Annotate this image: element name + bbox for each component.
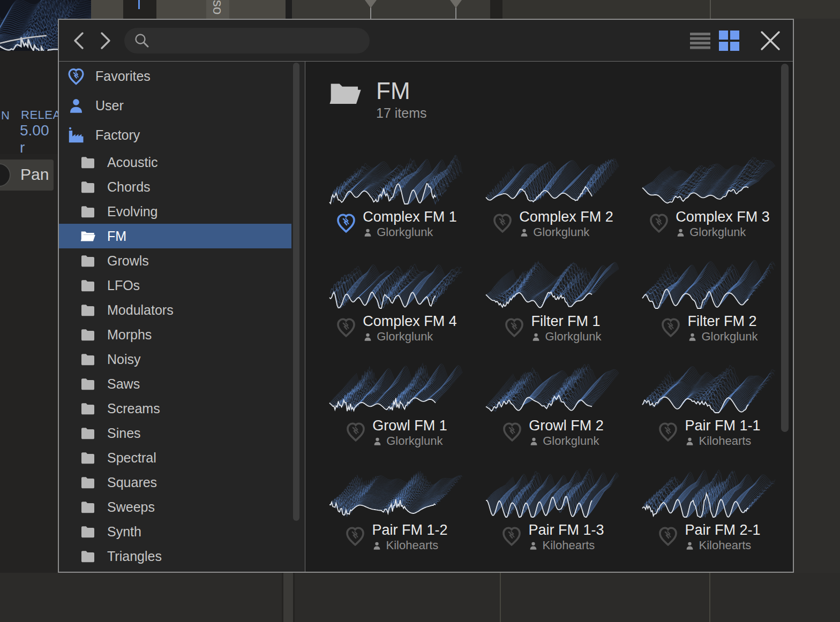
favorite-heart-button[interactable] bbox=[647, 211, 671, 236]
wavetable-item[interactable]: Pair FM 1-1 Kilohearts bbox=[630, 360, 786, 465]
content-scrollbar-thumb[interactable] bbox=[781, 64, 789, 432]
wavetable-item[interactable]: Complex FM 2 Glorkglunk bbox=[474, 151, 630, 256]
wavetable-item[interactable]: Pair FM 2-1 Kilohearts bbox=[630, 465, 786, 569]
wavetable-item[interactable]: Growl FM 2 Glorkglunk bbox=[474, 360, 630, 465]
sidebar-item-label: FM bbox=[107, 229, 126, 244]
sidebar-item-label: Factory bbox=[95, 127, 140, 143]
patch-node-icon bbox=[364, 0, 377, 19]
sidebar-folder-noisy[interactable]: Noisy bbox=[59, 347, 305, 371]
sidebar-folder-acoustic[interactable]: Acoustic bbox=[59, 150, 305, 175]
sidebar-item-favorites[interactable]: Favorites bbox=[59, 62, 305, 91]
playhead-tick bbox=[138, 0, 140, 9]
wavetable-item[interactable]: Pair FM 1-2 Kilohearts bbox=[317, 465, 474, 569]
sidebar-folder-sweeps[interactable]: Sweeps bbox=[59, 495, 305, 519]
sidebar-item-label: Triangles bbox=[107, 549, 162, 564]
wavetable-name: Growl FM 1 bbox=[372, 417, 447, 434]
sidebar-item-label: Favorites bbox=[95, 69, 151, 84]
close-button[interactable] bbox=[758, 28, 783, 54]
wavetable-item[interactable]: Complex FM 4 Glorkglunk bbox=[317, 256, 474, 360]
wavetable-thumbnail bbox=[483, 151, 621, 205]
sidebar-item-label: LFOs bbox=[107, 278, 140, 293]
search-icon bbox=[133, 32, 151, 50]
divider bbox=[286, 0, 292, 19]
sidebar-folder-fm[interactable]: FM bbox=[59, 224, 291, 248]
wavetable-thumbnail bbox=[326, 465, 464, 518]
wavetable-item[interactable]: Filter FM 1 Glorkglunk bbox=[474, 256, 630, 360]
sidebar-folder-evolving[interactable]: Evolving bbox=[59, 199, 305, 224]
sidebar-folder-saws[interactable]: Saws bbox=[59, 371, 305, 396]
sidebar-scrollbar-thumb[interactable] bbox=[293, 63, 299, 521]
sidebar-folder-screams[interactable]: Screams bbox=[59, 396, 305, 421]
wavetable-item[interactable]: Filter FM 2 Glorkglunk bbox=[630, 256, 786, 360]
wavetable-author: Glorkglunk bbox=[377, 330, 433, 344]
favorite-heart-button[interactable] bbox=[656, 420, 680, 445]
list-view-icon bbox=[689, 32, 711, 49]
wavetable-name: Growl FM 2 bbox=[529, 417, 604, 434]
favorite-heart-button[interactable] bbox=[656, 525, 680, 549]
forward-button[interactable] bbox=[92, 28, 117, 53]
list-view-button[interactable] bbox=[688, 28, 712, 53]
favorite-heart-button[interactable] bbox=[499, 525, 524, 549]
background-patch-panel bbox=[292, 0, 490, 19]
folder-icon bbox=[79, 523, 96, 540]
favorite-heart-button[interactable] bbox=[343, 525, 368, 549]
label-fragment: N bbox=[1, 109, 10, 123]
favorite-heart-button[interactable] bbox=[490, 211, 515, 236]
back-button[interactable] bbox=[68, 28, 92, 53]
chevron-left-icon bbox=[68, 29, 92, 52]
kilohearts-heart-icon bbox=[344, 420, 368, 444]
favorite-heart-button[interactable] bbox=[658, 316, 683, 340]
sidebar-folder-chords[interactable]: Chords bbox=[59, 175, 305, 199]
sidebar-folder-spectral[interactable]: Spectral bbox=[59, 445, 305, 470]
sidebar-folder-growls[interactable]: Growls bbox=[59, 248, 305, 273]
wavetable-item[interactable]: Complex FM 3 Glorkglunk bbox=[630, 151, 786, 256]
wavetable-thumbnail bbox=[483, 360, 621, 414]
pan-knob[interactable] bbox=[0, 162, 12, 188]
sidebar-folder-squares[interactable]: Squares bbox=[59, 470, 305, 495]
background-bottom-strip bbox=[0, 573, 840, 622]
grid-view-button[interactable] bbox=[717, 28, 741, 53]
wavetable-item[interactable]: Growl FM 1 Glorkglunk bbox=[317, 360, 474, 465]
author-icon bbox=[685, 541, 695, 551]
wavetable-item[interactable]: Complex FM 1 Glorkglunk bbox=[317, 151, 474, 256]
wavetable-thumbnail bbox=[639, 360, 777, 414]
author-icon bbox=[519, 227, 529, 238]
sidebar-folder-synth[interactable]: Synth bbox=[59, 519, 305, 544]
folder-title: FM bbox=[376, 79, 426, 103]
sidebar-folder-triangles[interactable]: Triangles bbox=[59, 544, 305, 568]
search-input[interactable] bbox=[156, 33, 361, 49]
sidebar-item-factory[interactable]: Factory bbox=[59, 120, 305, 150]
wavetable-thumbnail bbox=[326, 256, 464, 309]
sidebar-folder-sines[interactable]: Sines bbox=[59, 421, 305, 445]
sidebar-item-label: Chords bbox=[107, 179, 151, 195]
wavetable-thumbnail bbox=[639, 256, 777, 309]
favorite-heart-button[interactable] bbox=[334, 211, 358, 236]
favorite-heart-button[interactable] bbox=[343, 420, 368, 445]
favorite-heart-button[interactable] bbox=[502, 316, 527, 340]
wavetable-author: Glorkglunk bbox=[533, 225, 589, 239]
wavetable-item[interactable]: Pair FM 1-3 Kilohearts bbox=[474, 465, 630, 569]
kilohearts-heart-icon bbox=[334, 211, 358, 235]
sidebar-folder-lfos[interactable]: LFOs bbox=[59, 273, 305, 298]
sidebar-folder-modulators[interactable]: Modulators bbox=[59, 298, 305, 322]
wavetable-thumbnail bbox=[326, 360, 464, 414]
wavetable-name: Complex FM 3 bbox=[676, 208, 770, 225]
pan-panel-fragment: Pan bbox=[0, 160, 54, 191]
wavetable-author: Glorkglunk bbox=[386, 434, 442, 448]
envelope-panel-fragment: N RELEA 5.00 r bbox=[0, 51, 58, 154]
favorite-heart-button[interactable] bbox=[334, 316, 358, 340]
open-folder-icon bbox=[79, 227, 96, 245]
divider bbox=[282, 573, 295, 622]
folder-icon bbox=[79, 178, 96, 195]
author-icon bbox=[372, 541, 382, 551]
sidebar-item-label: Evolving bbox=[107, 204, 158, 219]
wavetable-author: Kilohearts bbox=[386, 538, 438, 552]
wavetable-name: Filter FM 2 bbox=[687, 313, 756, 330]
divider bbox=[709, 573, 710, 622]
folder-icon bbox=[79, 548, 96, 565]
sidebar-item-user[interactable]: User bbox=[59, 91, 305, 120]
folder-icon bbox=[79, 252, 96, 269]
favorite-heart-button[interactable] bbox=[500, 420, 524, 445]
wavetable-author: Glorkglunk bbox=[701, 330, 758, 344]
sidebar-folder-morphs[interactable]: Morphs bbox=[59, 322, 305, 347]
